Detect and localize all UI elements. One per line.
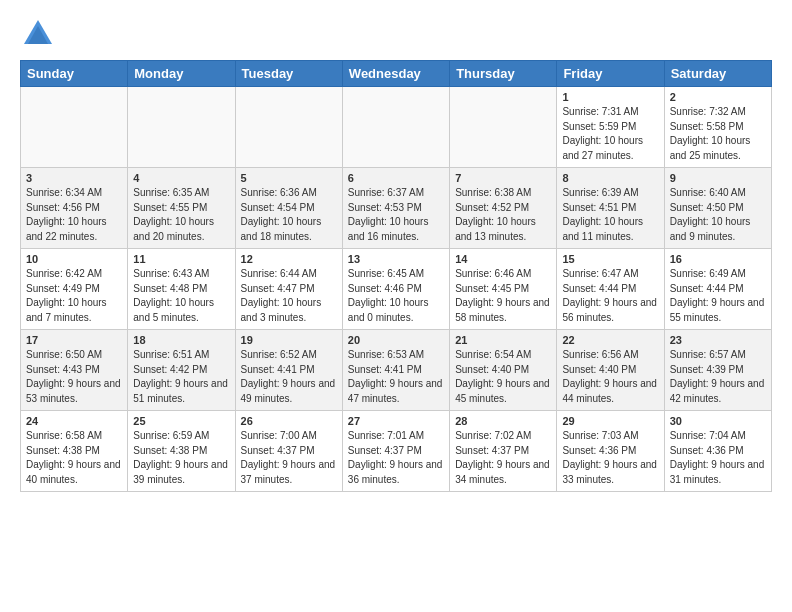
calendar-cell: 18Sunrise: 6:51 AM Sunset: 4:42 PM Dayli… xyxy=(128,330,235,411)
calendar-cell: 16Sunrise: 6:49 AM Sunset: 4:44 PM Dayli… xyxy=(664,249,771,330)
calendar-cell: 27Sunrise: 7:01 AM Sunset: 4:37 PM Dayli… xyxy=(342,411,449,492)
day-info: Sunrise: 7:02 AM Sunset: 4:37 PM Dayligh… xyxy=(455,429,551,487)
calendar-week-5: 24Sunrise: 6:58 AM Sunset: 4:38 PM Dayli… xyxy=(21,411,772,492)
day-info: Sunrise: 6:57 AM Sunset: 4:39 PM Dayligh… xyxy=(670,348,766,406)
day-info: Sunrise: 6:45 AM Sunset: 4:46 PM Dayligh… xyxy=(348,267,444,325)
day-number: 13 xyxy=(348,253,444,265)
calendar-cell: 10Sunrise: 6:42 AM Sunset: 4:49 PM Dayli… xyxy=(21,249,128,330)
weekday-header-friday: Friday xyxy=(557,61,664,87)
calendar-cell: 5Sunrise: 6:36 AM Sunset: 4:54 PM Daylig… xyxy=(235,168,342,249)
calendar-cell: 6Sunrise: 6:37 AM Sunset: 4:53 PM Daylig… xyxy=(342,168,449,249)
calendar-cell: 23Sunrise: 6:57 AM Sunset: 4:39 PM Dayli… xyxy=(664,330,771,411)
day-number: 1 xyxy=(562,91,658,103)
day-info: Sunrise: 7:01 AM Sunset: 4:37 PM Dayligh… xyxy=(348,429,444,487)
day-number: 16 xyxy=(670,253,766,265)
day-info: Sunrise: 6:53 AM Sunset: 4:41 PM Dayligh… xyxy=(348,348,444,406)
calendar-cell: 15Sunrise: 6:47 AM Sunset: 4:44 PM Dayli… xyxy=(557,249,664,330)
day-info: Sunrise: 6:35 AM Sunset: 4:55 PM Dayligh… xyxy=(133,186,229,244)
day-info: Sunrise: 6:52 AM Sunset: 4:41 PM Dayligh… xyxy=(241,348,337,406)
weekday-header-tuesday: Tuesday xyxy=(235,61,342,87)
day-info: Sunrise: 6:34 AM Sunset: 4:56 PM Dayligh… xyxy=(26,186,122,244)
calendar-cell: 8Sunrise: 6:39 AM Sunset: 4:51 PM Daylig… xyxy=(557,168,664,249)
calendar-week-1: 1Sunrise: 7:31 AM Sunset: 5:59 PM Daylig… xyxy=(21,87,772,168)
day-info: Sunrise: 6:58 AM Sunset: 4:38 PM Dayligh… xyxy=(26,429,122,487)
calendar-table: SundayMondayTuesdayWednesdayThursdayFrid… xyxy=(20,60,772,492)
day-number: 22 xyxy=(562,334,658,346)
day-info: Sunrise: 6:50 AM Sunset: 4:43 PM Dayligh… xyxy=(26,348,122,406)
day-number: 9 xyxy=(670,172,766,184)
day-info: Sunrise: 6:40 AM Sunset: 4:50 PM Dayligh… xyxy=(670,186,766,244)
day-number: 27 xyxy=(348,415,444,427)
day-info: Sunrise: 6:54 AM Sunset: 4:40 PM Dayligh… xyxy=(455,348,551,406)
day-info: Sunrise: 6:42 AM Sunset: 4:49 PM Dayligh… xyxy=(26,267,122,325)
day-number: 2 xyxy=(670,91,766,103)
day-number: 19 xyxy=(241,334,337,346)
calendar-cell: 29Sunrise: 7:03 AM Sunset: 4:36 PM Dayli… xyxy=(557,411,664,492)
weekday-header-saturday: Saturday xyxy=(664,61,771,87)
day-number: 29 xyxy=(562,415,658,427)
calendar-cell: 7Sunrise: 6:38 AM Sunset: 4:52 PM Daylig… xyxy=(450,168,557,249)
calendar-cell: 13Sunrise: 6:45 AM Sunset: 4:46 PM Dayli… xyxy=(342,249,449,330)
calendar-week-4: 17Sunrise: 6:50 AM Sunset: 4:43 PM Dayli… xyxy=(21,330,772,411)
calendar-cell: 17Sunrise: 6:50 AM Sunset: 4:43 PM Dayli… xyxy=(21,330,128,411)
day-info: Sunrise: 6:37 AM Sunset: 4:53 PM Dayligh… xyxy=(348,186,444,244)
day-number: 12 xyxy=(241,253,337,265)
calendar-cell: 30Sunrise: 7:04 AM Sunset: 4:36 PM Dayli… xyxy=(664,411,771,492)
calendar-week-3: 10Sunrise: 6:42 AM Sunset: 4:49 PM Dayli… xyxy=(21,249,772,330)
weekday-header-row: SundayMondayTuesdayWednesdayThursdayFrid… xyxy=(21,61,772,87)
calendar-cell: 14Sunrise: 6:46 AM Sunset: 4:45 PM Dayli… xyxy=(450,249,557,330)
calendar-cell: 25Sunrise: 6:59 AM Sunset: 4:38 PM Dayli… xyxy=(128,411,235,492)
calendar-cell xyxy=(128,87,235,168)
calendar-cell: 12Sunrise: 6:44 AM Sunset: 4:47 PM Dayli… xyxy=(235,249,342,330)
calendar-cell: 4Sunrise: 6:35 AM Sunset: 4:55 PM Daylig… xyxy=(128,168,235,249)
day-number: 5 xyxy=(241,172,337,184)
calendar-cell: 11Sunrise: 6:43 AM Sunset: 4:48 PM Dayli… xyxy=(128,249,235,330)
calendar-cell: 1Sunrise: 7:31 AM Sunset: 5:59 PM Daylig… xyxy=(557,87,664,168)
calendar-cell: 2Sunrise: 7:32 AM Sunset: 5:58 PM Daylig… xyxy=(664,87,771,168)
weekday-header-thursday: Thursday xyxy=(450,61,557,87)
day-number: 3 xyxy=(26,172,122,184)
weekday-header-sunday: Sunday xyxy=(21,61,128,87)
day-info: Sunrise: 7:04 AM Sunset: 4:36 PM Dayligh… xyxy=(670,429,766,487)
calendar-cell: 28Sunrise: 7:02 AM Sunset: 4:37 PM Dayli… xyxy=(450,411,557,492)
calendar-cell xyxy=(21,87,128,168)
day-info: Sunrise: 6:46 AM Sunset: 4:45 PM Dayligh… xyxy=(455,267,551,325)
day-info: Sunrise: 6:56 AM Sunset: 4:40 PM Dayligh… xyxy=(562,348,658,406)
weekday-header-wednesday: Wednesday xyxy=(342,61,449,87)
day-number: 6 xyxy=(348,172,444,184)
day-info: Sunrise: 6:39 AM Sunset: 4:51 PM Dayligh… xyxy=(562,186,658,244)
calendar-cell: 22Sunrise: 6:56 AM Sunset: 4:40 PM Dayli… xyxy=(557,330,664,411)
day-number: 26 xyxy=(241,415,337,427)
day-number: 21 xyxy=(455,334,551,346)
calendar-cell xyxy=(450,87,557,168)
calendar-cell xyxy=(235,87,342,168)
day-number: 17 xyxy=(26,334,122,346)
day-number: 11 xyxy=(133,253,229,265)
calendar-cell: 26Sunrise: 7:00 AM Sunset: 4:37 PM Dayli… xyxy=(235,411,342,492)
day-number: 25 xyxy=(133,415,229,427)
calendar-cell: 20Sunrise: 6:53 AM Sunset: 4:41 PM Dayli… xyxy=(342,330,449,411)
day-info: Sunrise: 6:59 AM Sunset: 4:38 PM Dayligh… xyxy=(133,429,229,487)
day-info: Sunrise: 6:51 AM Sunset: 4:42 PM Dayligh… xyxy=(133,348,229,406)
calendar-cell xyxy=(342,87,449,168)
day-info: Sunrise: 6:49 AM Sunset: 4:44 PM Dayligh… xyxy=(670,267,766,325)
day-number: 10 xyxy=(26,253,122,265)
calendar-week-2: 3Sunrise: 6:34 AM Sunset: 4:56 PM Daylig… xyxy=(21,168,772,249)
calendar-cell: 21Sunrise: 6:54 AM Sunset: 4:40 PM Dayli… xyxy=(450,330,557,411)
day-info: Sunrise: 7:31 AM Sunset: 5:59 PM Dayligh… xyxy=(562,105,658,163)
day-number: 24 xyxy=(26,415,122,427)
day-number: 4 xyxy=(133,172,229,184)
day-number: 14 xyxy=(455,253,551,265)
calendar-cell: 9Sunrise: 6:40 AM Sunset: 4:50 PM Daylig… xyxy=(664,168,771,249)
day-info: Sunrise: 6:47 AM Sunset: 4:44 PM Dayligh… xyxy=(562,267,658,325)
day-info: Sunrise: 6:44 AM Sunset: 4:47 PM Dayligh… xyxy=(241,267,337,325)
day-number: 15 xyxy=(562,253,658,265)
day-number: 8 xyxy=(562,172,658,184)
day-number: 18 xyxy=(133,334,229,346)
calendar-cell: 19Sunrise: 6:52 AM Sunset: 4:41 PM Dayli… xyxy=(235,330,342,411)
day-number: 28 xyxy=(455,415,551,427)
day-info: Sunrise: 7:03 AM Sunset: 4:36 PM Dayligh… xyxy=(562,429,658,487)
weekday-header-monday: Monday xyxy=(128,61,235,87)
calendar-cell: 24Sunrise: 6:58 AM Sunset: 4:38 PM Dayli… xyxy=(21,411,128,492)
day-info: Sunrise: 7:32 AM Sunset: 5:58 PM Dayligh… xyxy=(670,105,766,163)
